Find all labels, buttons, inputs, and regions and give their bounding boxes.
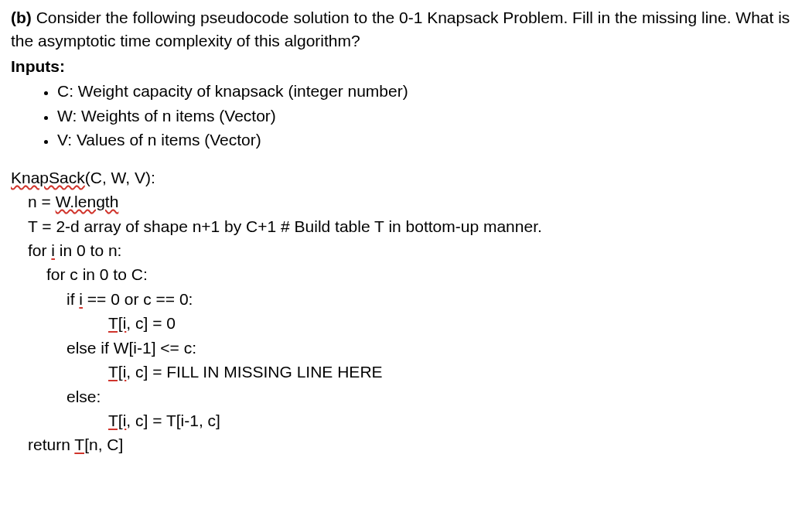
inputs-list: C: Weight capacity of knapsack (integer … — [11, 80, 801, 152]
code-text: == 0 or c == 0: — [83, 290, 193, 308]
code-text: if — [67, 290, 79, 308]
code-text: , c] = FILL IN MISSING LINE HERE — [126, 363, 382, 381]
list-item: W: Weights of n items (Vector) — [57, 104, 801, 128]
code-line: if i == 0 or c == 0: — [11, 288, 801, 311]
code-line: return T[n, C] — [11, 433, 801, 456]
question-label: (b) — [11, 9, 32, 26]
code-line-func: KnapSack(C, W, V): — [11, 166, 801, 190]
pseudocode-block: KnapSack(C, W, V): n = W.length T = 2-d … — [11, 166, 801, 457]
code-line: for c in 0 to C: — [11, 263, 801, 286]
code-line: T[i, c] = 0 — [11, 312, 801, 335]
question-text: (b) Consider the following pseudocode so… — [11, 6, 801, 53]
code-text: n = — [28, 193, 56, 210]
code-line: for i in 0 to n: — [11, 239, 801, 262]
code-token-T: T[i — [108, 412, 126, 429]
code-line: n = W.length — [11, 190, 801, 214]
code-line: else: — [11, 385, 801, 408]
code-text: , c] = T[i-1, c] — [126, 412, 220, 429]
function-sig: (C, W, V): — [85, 169, 155, 186]
code-text: for — [28, 241, 51, 259]
code-text: n, C] — [89, 436, 123, 453]
code-text: , c] = 0 — [126, 314, 176, 332]
list-item: C: Weight capacity of knapsack (integer … — [57, 80, 801, 103]
code-text: return — [28, 436, 74, 453]
code-line: T[i, c] = FILL IN MISSING LINE HERE — [11, 360, 801, 384]
code-token-T: T[ — [74, 436, 89, 453]
code-token-T: T[i — [108, 363, 126, 381]
function-name: KnapSack — [11, 169, 85, 186]
code-text: in 0 to n: — [55, 241, 121, 259]
code-line: else if W[i-1] <= c: — [11, 336, 801, 360]
code-token-wlength: W.length — [56, 193, 119, 210]
list-item: V: Values of n items (Vector) — [57, 128, 801, 152]
inputs-label: Inputs: — [11, 55, 801, 78]
question-body: Consider the following pseudocode soluti… — [11, 9, 790, 50]
code-line: T[i, c] = T[i-1, c] — [11, 409, 801, 432]
code-line: T = 2-d array of shape n+1 by C+1 # Buil… — [11, 215, 801, 238]
code-token-T: T[i — [108, 314, 126, 332]
